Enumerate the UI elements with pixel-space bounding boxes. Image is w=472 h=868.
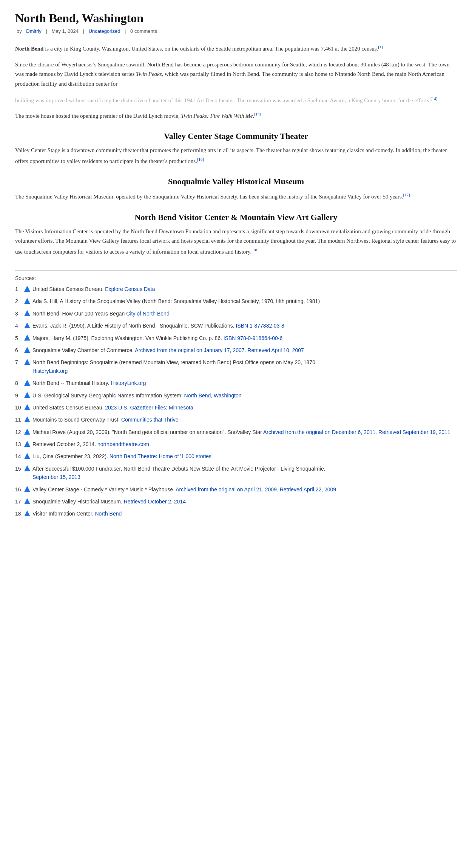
ref-1: [1] bbox=[378, 44, 383, 49]
source-jump-icon bbox=[24, 498, 30, 504]
ref-17: [17] bbox=[403, 192, 410, 197]
source-number: 5 bbox=[15, 334, 24, 342]
source-text: After Successful $100,000 Fundraiser, No… bbox=[32, 465, 457, 482]
source-link[interactable]: North Bend, Washington bbox=[184, 392, 242, 399]
page-title: North Bend, Washington bbox=[15, 11, 457, 25]
post-meta: by Dmitriy | May 1, 2024 | Uncategorized… bbox=[15, 28, 457, 34]
source-number: 7 bbox=[15, 358, 24, 366]
source-jump-icon bbox=[24, 441, 30, 447]
source-link[interactable]: Archived from the original on April 21, … bbox=[176, 486, 336, 492]
source-number: 12 bbox=[15, 428, 24, 436]
source-jump-icon bbox=[24, 416, 30, 422]
source-link[interactable]: Communities that Thrive bbox=[121, 417, 178, 423]
source-number: 15 bbox=[15, 465, 24, 473]
source-jump-icon bbox=[24, 404, 30, 410]
movie-house-paragraph: The movie house hosted the opening premi… bbox=[15, 110, 457, 121]
source-text: Evans, Jack R. (1990). A Little History … bbox=[32, 322, 457, 330]
source-link[interactable]: North Bend bbox=[95, 511, 122, 517]
north-bend-bold: North Bend bbox=[15, 46, 43, 52]
source-link[interactable]: Archived from the original on December 6… bbox=[263, 429, 450, 435]
source-item: 11Mountains to Sound Greenway Trust. Com… bbox=[15, 416, 457, 424]
sources-section: Sources: 1United States Census Bureau. E… bbox=[15, 270, 457, 518]
ref-16: [16] bbox=[197, 157, 204, 162]
source-text: Visitor Information Center. North Bend bbox=[32, 509, 457, 518]
source-jump-icon bbox=[24, 510, 30, 516]
source-text: Ada S. Hill, A History of the Snoqualmie… bbox=[32, 297, 457, 305]
source-link[interactable]: September 15, 2013 bbox=[32, 474, 80, 480]
source-number: 9 bbox=[15, 391, 24, 400]
source-item: 18Visitor Information Center. North Bend bbox=[15, 509, 457, 518]
meta-sep2: | bbox=[83, 28, 84, 34]
source-link[interactable]: North Bend Theatre: Home of '1,000 stori… bbox=[110, 453, 213, 459]
section-heading-2: Snoqualmie Valley Historical Museum bbox=[15, 177, 457, 186]
source-item: 16Valley Center Stage - Comedy * Variety… bbox=[15, 485, 457, 494]
source-jump-icon bbox=[24, 310, 30, 316]
section-text-1: Valley Center Stage is a downtown commun… bbox=[15, 146, 457, 166]
source-number: 14 bbox=[15, 452, 24, 460]
source-link[interactable]: ISBN 1-877882-03-8 bbox=[236, 323, 284, 329]
source-link[interactable]: Retrieved October 2, 2014 bbox=[124, 499, 186, 505]
source-text: Retrieved October 2, 2014. northbendthea… bbox=[32, 440, 457, 448]
meta-sep1: | bbox=[46, 28, 47, 34]
source-link[interactable]: HistoryLink.org bbox=[32, 368, 68, 374]
source-number: 4 bbox=[15, 322, 24, 330]
source-item: 2Ada S. Hill, A History of the Snoqualmi… bbox=[15, 297, 457, 305]
source-text: United States Census Bureau. 2023 U.S. G… bbox=[32, 403, 457, 412]
source-jump-icon bbox=[24, 286, 30, 292]
source-jump-icon bbox=[24, 429, 30, 435]
source-text: Liu, Qina (September 23, 2022). North Be… bbox=[32, 452, 457, 460]
intro-paragraph-2: Since the closure of Weyerhaeuser's Snoq… bbox=[15, 60, 457, 89]
intro2-text: Since the closure of Weyerhaeuser's Snoq… bbox=[15, 62, 450, 87]
source-jump-icon bbox=[24, 486, 30, 492]
source-number: 16 bbox=[15, 485, 24, 494]
source-text: Snoqualmie Valley Historical Museum. Ret… bbox=[32, 497, 457, 506]
source-number: 11 bbox=[15, 416, 24, 424]
source-item: 14Liu, Qina (September 23, 2022). North … bbox=[15, 452, 457, 460]
source-item: 9U.S. Geological Survey Geographic Names… bbox=[15, 391, 457, 400]
source-link[interactable]: City of North Bend bbox=[126, 311, 169, 317]
source-text: North Bend Beginnings: Snoqualmie (renam… bbox=[32, 358, 457, 375]
section-heading-1: Valley Center Stage Community Theater bbox=[15, 131, 457, 141]
source-item: 1United States Census Bureau. Explore Ce… bbox=[15, 285, 457, 293]
source-link[interactable]: 2023 U.S. Gazetteer Files: Minnesota bbox=[105, 405, 193, 411]
meta-category[interactable]: Uncategorized bbox=[89, 28, 120, 34]
source-number: 8 bbox=[15, 379, 24, 387]
source-link[interactable]: HistoryLink.org bbox=[111, 380, 146, 386]
source-item: 10United States Census Bureau. 2023 U.S.… bbox=[15, 403, 457, 412]
source-jump-icon bbox=[24, 453, 30, 459]
ref-14a: [14] bbox=[430, 96, 437, 101]
source-number: 13 bbox=[15, 440, 24, 448]
source-number: 10 bbox=[15, 403, 24, 412]
source-text: Majors, Harry M. (1975). Exploring Washi… bbox=[32, 334, 457, 342]
source-text: Michael Rowe (August 20, 2009). "North B… bbox=[32, 428, 457, 436]
source-link[interactable]: Archived from the original on January 17… bbox=[135, 347, 304, 353]
source-text: U.S. Geological Survey Geographic Names … bbox=[32, 391, 457, 400]
source-item: 4Evans, Jack R. (1990). A Little History… bbox=[15, 322, 457, 330]
source-link[interactable]: ISBN 978-0-918664-00-6 bbox=[224, 335, 282, 341]
source-number: 6 bbox=[15, 346, 24, 354]
meta-author[interactable]: Dmitriy bbox=[26, 28, 41, 34]
section-text-2: The Snoqualmie Valley Historical Museum,… bbox=[15, 191, 457, 202]
source-item: 8North Bend -- Thumbnail History. Histor… bbox=[15, 379, 457, 387]
source-text: United States Census Bureau. Explore Cen… bbox=[32, 285, 457, 293]
ref-14b: [14] bbox=[254, 111, 261, 117]
source-text: North Bend -- Thumbnail History. History… bbox=[32, 379, 457, 387]
source-text: Valley Center Stage - Comedy * Variety *… bbox=[32, 485, 457, 494]
section-heading-3: North Bend Visitor Center & Mountain Vie… bbox=[15, 212, 457, 222]
section-text-3: The Visitors Information Center is opera… bbox=[15, 227, 457, 257]
source-text: North Bend: How Our 100 Years Began City… bbox=[32, 309, 457, 318]
source-jump-icon bbox=[24, 322, 30, 328]
source-jump-icon bbox=[24, 298, 30, 304]
sources-label: Sources: bbox=[15, 275, 457, 281]
source-item: 12Michael Rowe (August 20, 2009). "North… bbox=[15, 428, 457, 436]
source-number: 18 bbox=[15, 509, 24, 518]
source-jump-icon bbox=[24, 335, 30, 341]
source-link[interactable]: northbendtheatre.com bbox=[97, 441, 149, 447]
source-item: 17Snoqualmie Valley Historical Museum. R… bbox=[15, 497, 457, 506]
source-number: 2 bbox=[15, 297, 24, 305]
source-jump-icon bbox=[24, 359, 30, 365]
source-jump-icon bbox=[24, 465, 30, 471]
intro1-text: is a city in King County, Washington, Un… bbox=[43, 46, 378, 52]
source-text: Mountains to Sound Greenway Trust. Commu… bbox=[32, 416, 457, 424]
source-link[interactable]: Explore Census Data bbox=[105, 286, 155, 292]
